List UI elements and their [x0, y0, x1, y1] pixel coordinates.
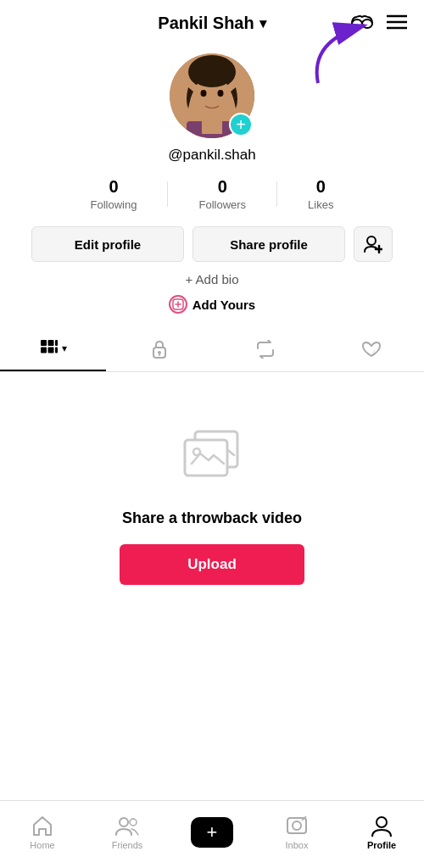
svg-point-36 [120, 818, 128, 826]
svg-rect-25 [55, 340, 58, 346]
svg-point-0 [352, 19, 362, 28]
nav-plus: + [170, 817, 254, 853]
svg-rect-26 [41, 348, 47, 353]
nav-friends-label: Friends [112, 840, 143, 850]
upload-button[interactable]: Upload [120, 544, 304, 585]
stat-following[interactable]: 0 Following [60, 177, 168, 211]
svg-rect-28 [55, 348, 58, 353]
likes-count: 0 [316, 177, 326, 197]
nav-profile-label: Profile [367, 840, 396, 850]
menu-icon[interactable] [387, 13, 407, 35]
header-icons [351, 12, 407, 36]
tab-lock[interactable] [106, 327, 212, 371]
nav-profile[interactable]: Profile [339, 815, 424, 855]
svg-point-37 [130, 819, 137, 826]
tabs-row: ▾ [0, 327, 424, 372]
edit-profile-button[interactable]: Edit profile [31, 226, 184, 262]
chevron-down-icon: ▾ [259, 15, 266, 31]
add-friend-button[interactable] [354, 226, 393, 262]
username-title: Pankil Shah [158, 14, 254, 33]
following-label: Following [91, 198, 137, 211]
svg-point-16 [193, 67, 231, 87]
nav-inbox[interactable]: Inbox [254, 815, 339, 855]
svg-point-41 [377, 817, 387, 827]
action-buttons: Edit profile Share profile [17, 226, 407, 262]
bottom-nav: Home Friends + Inbox Profile [0, 800, 424, 868]
svg-point-1 [362, 19, 372, 28]
add-yours-icon [169, 295, 187, 314]
stat-followers[interactable]: 0 Followers [168, 177, 276, 211]
svg-rect-38 [287, 818, 306, 833]
likes-label: Likes [308, 198, 333, 211]
add-photo-button[interactable]: + [229, 113, 253, 136]
throwback-title: Share a throwback video [122, 509, 302, 527]
glasses-icon[interactable] [351, 12, 373, 36]
share-profile-button[interactable]: Share profile [192, 226, 345, 262]
nav-home-label: Home [30, 840, 54, 850]
svg-rect-27 [47, 348, 53, 353]
svg-point-13 [218, 90, 224, 97]
stats-row: 0 Following 0 Followers 0 Likes [17, 177, 407, 211]
plus-icon: + [207, 821, 218, 843]
header-title[interactable]: Pankil Shah ▾ [158, 14, 265, 33]
followers-count: 0 [218, 177, 227, 197]
nav-home[interactable]: Home [0, 815, 85, 855]
tab-likes[interactable] [318, 327, 424, 371]
profile-username: @pankil.shah [168, 147, 255, 164]
followers-label: Followers [198, 198, 246, 211]
svg-point-39 [293, 821, 301, 830]
svg-rect-15 [202, 117, 222, 134]
svg-point-17 [367, 236, 376, 245]
svg-point-30 [158, 351, 161, 354]
add-yours-button[interactable]: Add Yours [169, 295, 255, 314]
nav-inbox-label: Inbox [286, 840, 309, 850]
stat-likes[interactable]: 0 Likes [277, 177, 364, 211]
add-yours-label: Add Yours [192, 298, 255, 312]
svg-point-12 [201, 90, 207, 97]
create-button[interactable]: + [191, 817, 233, 848]
profile-section: + @pankil.shah 0 Following 0 Followers 0… [0, 47, 424, 327]
tab-grid-chevron: ▾ [62, 342, 67, 354]
svg-rect-24 [47, 340, 53, 346]
throwback-icon [178, 423, 246, 496]
following-count: 0 [109, 177, 118, 197]
tab-repost[interactable] [212, 327, 318, 371]
avatar-container: + [170, 53, 254, 138]
nav-friends[interactable]: Friends [85, 815, 170, 855]
svg-rect-23 [41, 340, 47, 346]
add-bio-button[interactable]: + Add bio [186, 272, 239, 287]
header: Pankil Shah ▾ [0, 0, 424, 47]
content-area: Share a throwback video Upload [0, 372, 424, 636]
tab-grid[interactable]: ▾ [0, 327, 106, 371]
